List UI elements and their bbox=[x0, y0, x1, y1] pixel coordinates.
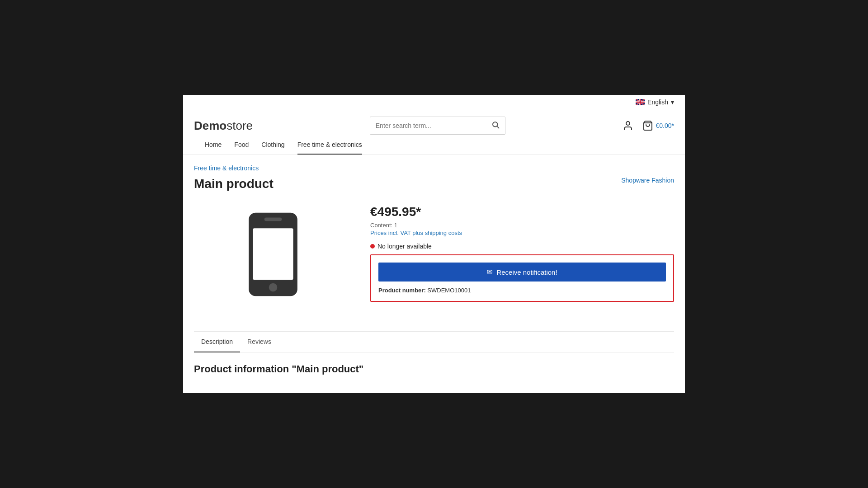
notification-box: ✉ Receive notification! Product number: … bbox=[370, 254, 674, 302]
svg-rect-7 bbox=[264, 217, 282, 221]
product-content-label: Content: 1 bbox=[370, 222, 674, 229]
cart-price: €0.00* bbox=[656, 122, 674, 129]
user-account-button[interactable] bbox=[623, 120, 633, 131]
product-price: €495.95* bbox=[370, 205, 674, 219]
product-details: €495.95* Content: 1 Prices incl. VAT plu… bbox=[370, 200, 674, 309]
product-layout: €495.95* Content: 1 Prices incl. VAT plu… bbox=[194, 200, 674, 309]
notify-button-label: Receive notification! bbox=[496, 268, 557, 276]
search-icon bbox=[491, 121, 500, 129]
nav-item-free-time[interactable]: Free time & electronics bbox=[297, 141, 362, 155]
price-info-link[interactable]: Prices incl. VAT plus shipping costs bbox=[370, 230, 674, 236]
product-image-area bbox=[194, 200, 352, 309]
availability-text: No longer available bbox=[377, 243, 432, 250]
cart-icon bbox=[642, 120, 653, 131]
logo-regular: store bbox=[226, 119, 253, 132]
nav-item-food[interactable]: Food bbox=[234, 141, 249, 155]
product-number: Product number: SWDEMO10001 bbox=[378, 287, 666, 294]
tabs-list: Description Reviews bbox=[194, 332, 674, 352]
nav-item-clothing[interactable]: Clothing bbox=[261, 141, 284, 155]
svg-point-3 bbox=[626, 122, 630, 125]
language-label: English bbox=[647, 99, 668, 106]
site-header: Demostore bbox=[183, 109, 685, 155]
breadcrumb: Free time & electronics bbox=[194, 164, 674, 172]
availability-status: No longer available bbox=[370, 243, 674, 250]
svg-line-2 bbox=[497, 126, 499, 128]
product-number-label: Product number: bbox=[378, 287, 426, 294]
flag-icon bbox=[636, 99, 645, 105]
product-info-title: Product information "Main product" bbox=[194, 363, 674, 375]
site-logo[interactable]: Demostore bbox=[194, 119, 253, 133]
main-nav: Home Food Clothing Free time & electroni… bbox=[194, 141, 674, 155]
tab-description[interactable]: Description bbox=[194, 332, 240, 352]
manufacturer-link[interactable]: Shopware Fashion bbox=[621, 177, 674, 184]
notify-icon: ✉ bbox=[487, 268, 493, 276]
product-image bbox=[237, 209, 309, 300]
store-container: English ▾ Demostore bbox=[183, 95, 685, 393]
header-main: Demostore bbox=[194, 117, 674, 135]
search-button[interactable] bbox=[486, 117, 505, 134]
breadcrumb-link[interactable]: Free time & electronics bbox=[194, 164, 259, 172]
tab-reviews[interactable]: Reviews bbox=[240, 332, 278, 352]
content-area: Free time & electronics Main product Sho… bbox=[183, 155, 685, 384]
logo-bold: Demo bbox=[194, 119, 226, 132]
language-selector[interactable]: English ▾ bbox=[636, 99, 674, 106]
svg-point-8 bbox=[269, 283, 277, 291]
search-input[interactable] bbox=[370, 118, 486, 133]
search-bar bbox=[370, 117, 505, 135]
product-number-value: SWDEMO10001 bbox=[427, 287, 471, 294]
receive-notification-button[interactable]: ✉ Receive notification! bbox=[378, 263, 666, 282]
nav-item-home[interactable]: Home bbox=[205, 141, 222, 155]
svg-rect-6 bbox=[253, 228, 293, 280]
product-title: Main product bbox=[194, 177, 274, 191]
product-header: Main product Shopware Fashion bbox=[194, 177, 674, 191]
dropdown-arrow: ▾ bbox=[671, 99, 674, 106]
availability-dot bbox=[370, 244, 375, 249]
header-actions: €0.00* bbox=[623, 120, 674, 131]
product-tabs-section: Description Reviews Product information … bbox=[194, 331, 674, 375]
user-icon bbox=[623, 120, 633, 131]
cart-button[interactable]: €0.00* bbox=[642, 120, 674, 131]
